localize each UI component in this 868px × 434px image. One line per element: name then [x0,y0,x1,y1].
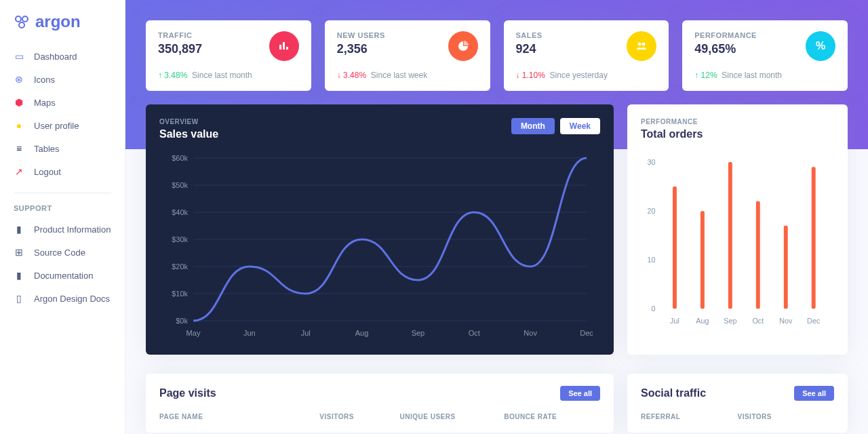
arrow-down-icon: ↓ 3.48% [337,71,366,80]
book-icon: ▮ [14,224,24,235]
tv-icon: ▭ [14,51,24,62]
percent-icon: % [806,31,835,61]
svg-text:Sep: Sep [724,317,736,325]
toggle-month[interactable]: Month [511,118,555,134]
svg-text:0: 0 [652,304,656,313]
nav-logout[interactable]: ↗Logout [0,160,125,183]
svg-text:$60k: $60k [172,154,188,162]
arrow-up-icon: ↑ 3.48% [158,71,187,80]
brand-name: argon [35,12,81,31]
svg-text:Dec: Dec [807,317,821,325]
svg-text:Aug: Aug [696,317,709,325]
page-visits-columns: PAGE NAME VISITORS UNIQUE USERS BOUNCE R… [159,413,600,420]
chart-bar-icon [269,31,299,61]
stat-traffic: TRAFFIC 350,897 ↑ 3.48% Since last month [146,20,311,91]
list-icon: ≡ [14,143,24,154]
svg-point-3 [638,43,642,46]
see-all-page-visits[interactable]: See all [560,386,600,401]
svg-rect-33 [701,211,705,309]
svg-text:Aug: Aug [355,329,369,337]
sales-line-chart: $0k$10k$20k$30k$40k$50k$60kMayJunJulAugS… [159,151,600,341]
svg-text:$30k: $30k [172,235,188,243]
pin-icon: ⬢ [14,97,24,108]
nav-maps[interactable]: ⬢Maps [0,91,125,114]
design-icon: ▯ [14,293,24,304]
arrow-up-icon: ↑ 12% [694,71,717,80]
doc-icon: ▮ [14,270,24,281]
svg-text:$20k: $20k [172,262,188,271]
social-columns: REFERRAL VISITORS [641,413,834,420]
atom-icon: ⊛ [14,74,24,85]
svg-point-4 [642,43,646,46]
svg-text:Jun: Jun [243,329,256,337]
social-traffic-card: Social traffic See all REFERRAL VISITORS [627,374,848,433]
svg-rect-41 [812,167,816,309]
nav-product-info[interactable]: ▮Product Information [0,218,125,241]
sidebar: argon ▭Dashboard ⊛Icons ⬢Maps ●User prof… [0,0,125,434]
stats-row: TRAFFIC 350,897 ↑ 3.48% Since last month… [146,20,848,91]
nav-support-heading: SUPPORT [0,199,125,218]
svg-text:Nov: Nov [779,317,793,325]
svg-point-0 [16,16,21,22]
svg-point-2 [19,22,24,28]
stat-new-users: NEW USERS 2,356 ↓ 3.48% Since last week [325,20,490,91]
code-icon: ⊞ [14,247,24,258]
page-visits-card: Page visits See all PAGE NAME VISITORS U… [146,374,614,433]
svg-rect-39 [784,226,788,309]
toggle-week[interactable]: Week [560,118,600,134]
svg-rect-35 [728,162,732,309]
chart-pie-icon [448,31,478,61]
svg-text:$0k: $0k [176,317,188,325]
svg-text:Dec: Dec [580,329,593,337]
stat-sales: SALES 924 ↓ 1.10% Since yesterday [504,20,669,91]
stat-delta: ↑ 3.48% Since last month [158,71,299,80]
svg-point-1 [22,16,28,22]
svg-text:30: 30 [648,158,656,166]
nav-tables[interactable]: ≡Tables [0,137,125,160]
svg-rect-37 [756,201,760,309]
svg-text:$50k: $50k [172,181,188,189]
svg-text:Oct: Oct [752,317,764,325]
nav-divider [14,193,111,193]
stat-value: 350,897 [158,42,202,56]
stat-performance: PERFORMANCE 49,65% % ↑ 12% Since last mo… [682,20,848,91]
svg-text:Jul: Jul [301,329,311,337]
svg-text:$40k: $40k [172,208,188,216]
nav-documentation[interactable]: ▮Documentation [0,264,125,287]
nav-source-code[interactable]: ⊞Source Code [0,241,125,264]
nav-support: ▮Product Information ⊞Source Code ▮Docum… [0,218,125,310]
users-icon [627,31,656,61]
brand-logo[interactable]: argon [0,12,125,31]
stat-title: TRAFFIC [158,31,202,39]
svg-rect-31 [673,186,677,309]
see-all-social[interactable]: See all [794,386,834,401]
nav-design-docs[interactable]: ▯Argon Design Docs [0,287,125,310]
nav-user-profile[interactable]: ●User profile [0,114,125,137]
svg-text:20: 20 [648,207,656,215]
nav-dashboard[interactable]: ▭Dashboard [0,45,125,68]
svg-text:Nov: Nov [524,329,537,337]
orders-bar-chart: 0102030JulAugSepOctNovDec [641,154,834,330]
svg-text:Oct: Oct [469,329,480,337]
svg-text:May: May [186,329,201,337]
svg-text:$10k: $10k [172,290,188,298]
sales-chart-card: OVERVIEW Sales value Month Week $0k$10k$… [146,104,614,355]
orders-chart-card: PERFORMANCE Total orders 0102030JulAugSe… [627,104,848,355]
arrow-down-icon: ↓ 1.10% [516,71,545,80]
svg-text:Jul: Jul [670,317,679,325]
main-content: TRAFFIC 350,897 ↑ 3.48% Since last month… [125,0,868,434]
svg-text:Sep: Sep [412,329,425,337]
nav-icons[interactable]: ⊛Icons [0,68,125,91]
nav-main: ▭Dashboard ⊛Icons ⬢Maps ●User profile ≡T… [0,45,125,183]
svg-text:10: 10 [648,256,656,264]
chart-toggle: Month Week [511,118,600,134]
logo-icon [14,14,30,30]
user-icon: ● [14,120,24,131]
run-icon: ↗ [14,166,24,177]
